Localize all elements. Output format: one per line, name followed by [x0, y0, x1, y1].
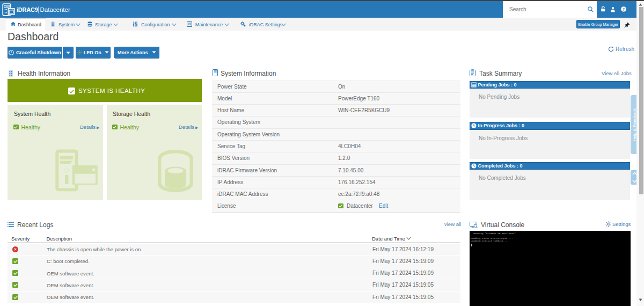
svg-text:?: ? [622, 8, 624, 11]
